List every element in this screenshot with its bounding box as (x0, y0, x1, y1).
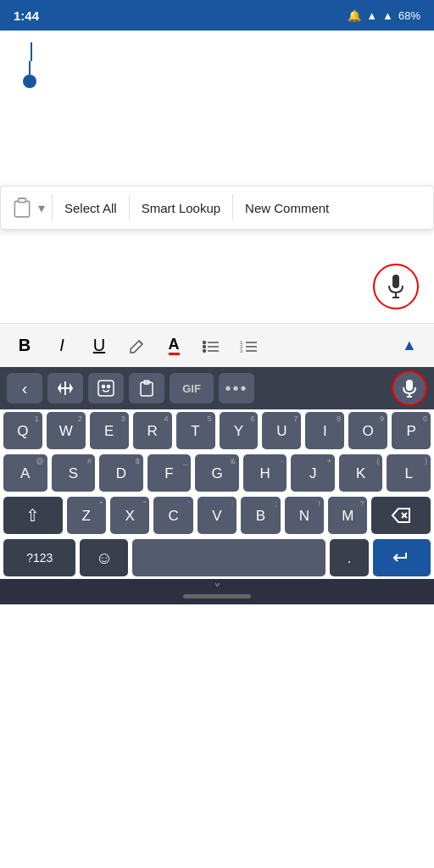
select-all-button[interactable]: Select All (53, 194, 129, 222)
key-h[interactable]: -H (243, 454, 287, 492)
bullet-list-icon (202, 337, 220, 355)
text-cursor (31, 42, 32, 61)
battery-icon: 68% (398, 9, 420, 22)
key-p[interactable]: 0P (392, 412, 431, 449)
svg-point-0 (23, 75, 36, 88)
status-icons: 🔔 ▲ ▲ 68% (348, 9, 420, 22)
enter-icon (392, 550, 411, 565)
svg-marker-21 (58, 386, 60, 391)
period-key[interactable]: . (330, 539, 369, 576)
bullet-list-button[interactable] (195, 330, 227, 362)
keyboard-row-1: 1Q 2W 3E 4R 5T 6Y 7U 8I 9O 0P (0, 409, 434, 452)
key-q[interactable]: 1Q (3, 412, 42, 449)
clipboard-kb-button[interactable] (129, 373, 164, 403)
bold-button[interactable]: B (8, 330, 41, 362)
numbered-list-icon: 1 2 3 (239, 337, 258, 355)
key-y[interactable]: 6Y (220, 412, 259, 449)
key-i[interactable]: 8I (305, 412, 344, 449)
key-j[interactable]: +J (291, 454, 335, 492)
keyboard-row-4: ?123 ☺ . (0, 537, 434, 579)
key-b[interactable]: ;B (241, 497, 280, 534)
svg-line-7 (139, 341, 142, 344)
more-dots-icon: ••• (225, 379, 248, 398)
svg-point-9 (203, 345, 206, 348)
pencil-button[interactable] (120, 330, 153, 362)
svg-point-8 (203, 341, 206, 343)
svg-text:3: 3 (240, 348, 243, 353)
svg-rect-29 (406, 380, 413, 391)
status-time: 1:44 (14, 8, 39, 23)
svg-rect-24 (98, 381, 114, 396)
backspace-icon (391, 508, 411, 523)
expand-button[interactable]: ▲ (393, 330, 426, 362)
chevron-down-icon[interactable]: ▾ (38, 200, 45, 216)
italic-button[interactable]: I (46, 330, 78, 362)
key-f[interactable]: _F (147, 454, 192, 492)
backspace-key[interactable] (371, 497, 431, 534)
emoticon-icon (97, 379, 115, 398)
key-x[interactable]: "X (110, 497, 149, 534)
status-bar: 1:44 🔔 ▲ ▲ 68% (0, 0, 434, 31)
clipboard-kb-icon (138, 379, 155, 398)
key-v[interactable]: :V (198, 497, 236, 534)
svg-rect-3 (19, 198, 26, 202)
key-d[interactable]: $D (99, 454, 143, 492)
gif-label: GIF (182, 382, 201, 395)
svg-marker-22 (70, 386, 72, 391)
key-k[interactable]: (K (339, 454, 383, 492)
chevron-down-kb-icon[interactable]: ˅ (214, 581, 221, 599)
pencil-icon (128, 337, 145, 354)
microphone-icon (386, 274, 406, 299)
number-symbols-key[interactable]: ?123 (3, 539, 75, 576)
signal-icon: ▲ (382, 9, 393, 22)
cursor-control-button[interactable] (47, 373, 83, 403)
cursor-control-icon (57, 380, 74, 397)
key-w[interactable]: 2W (47, 412, 86, 449)
key-n[interactable]: !N (285, 497, 324, 534)
more-options-button[interactable]: ••• (219, 373, 254, 403)
alarm-icon: 🔔 (348, 9, 361, 22)
key-l[interactable]: )L (387, 454, 431, 492)
svg-point-26 (108, 386, 110, 388)
key-a[interactable]: @A (3, 454, 47, 492)
home-indicator: ˅ (0, 579, 434, 604)
keyboard-top-bar: ‹ GIF ••• (0, 367, 434, 409)
voice-input-button[interactable] (373, 264, 419, 309)
keyboard-row-3: ⇧ *Z "X 'C :V ;B !N ?M (0, 494, 434, 537)
cursor-handle[interactable] (20, 59, 39, 92)
toolbar-clipboard-area: ▾ (4, 197, 52, 219)
microphone-button[interactable] (392, 370, 427, 406)
expand-icon: ▲ (402, 337, 417, 354)
emoticon-button[interactable] (88, 373, 124, 403)
document-area[interactable] (0, 31, 434, 187)
key-u[interactable]: 7U (262, 412, 301, 449)
underline-button[interactable]: U (83, 330, 115, 362)
key-c[interactable]: 'C (153, 497, 192, 534)
key-z[interactable]: *Z (67, 497, 106, 534)
key-g[interactable]: &G (195, 454, 239, 492)
new-comment-button[interactable]: New Comment (233, 194, 341, 222)
emoji-key[interactable]: ☺ (80, 539, 128, 576)
gif-button[interactable]: GIF (170, 373, 214, 403)
wifi-icon: ▲ (366, 9, 377, 22)
key-r[interactable]: 4R (133, 412, 172, 449)
key-s[interactable]: #S (52, 454, 96, 492)
back-chevron-icon: ‹ (22, 379, 28, 398)
numbered-list-button[interactable]: 1 2 3 (232, 330, 264, 362)
svg-point-25 (103, 386, 105, 388)
font-color-button[interactable]: A (158, 330, 190, 362)
keyboard-back-button[interactable]: ‹ (7, 373, 42, 403)
key-m[interactable]: ?M (328, 497, 367, 534)
shift-key[interactable]: ⇧ (3, 497, 63, 534)
smart-lookup-button[interactable]: Smart Lookup (130, 194, 232, 222)
keyboard-row-2: @A #S $D _F &G -H +J (K )L (0, 452, 434, 494)
svg-rect-4 (392, 275, 399, 288)
enter-key[interactable] (373, 539, 431, 576)
key-e[interactable]: 3E (90, 412, 129, 449)
mic-icon (402, 379, 417, 398)
svg-rect-2 (14, 201, 29, 216)
space-key[interactable] (132, 539, 326, 576)
key-o[interactable]: 9O (348, 412, 387, 449)
svg-point-10 (203, 349, 206, 352)
key-t[interactable]: 5T (176, 412, 215, 449)
